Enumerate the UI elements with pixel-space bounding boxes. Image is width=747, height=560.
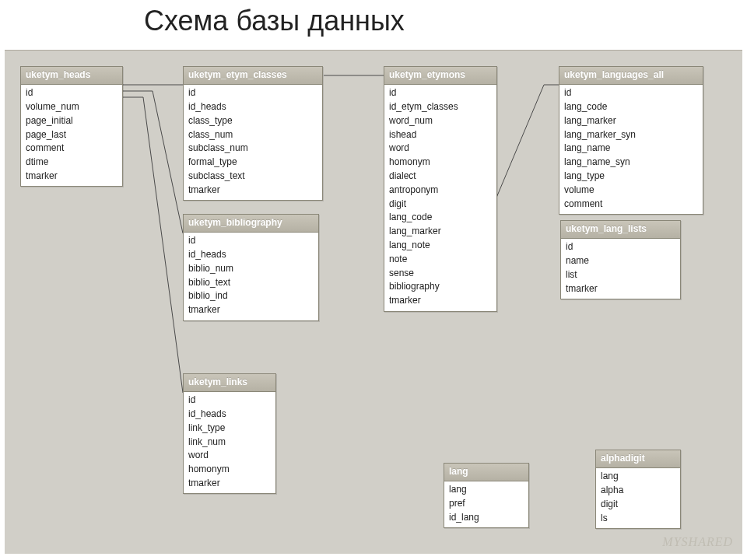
table-body: lang pref id_lang — [444, 481, 528, 527]
field: id_etym_classes — [389, 100, 492, 114]
watermark: MYSHARED — [662, 535, 733, 549]
field: class_num — [188, 128, 317, 142]
table-body: id id_etym_classes word_num ishead word … — [384, 85, 496, 311]
field: sense — [389, 266, 492, 280]
field: bibliography — [389, 280, 492, 294]
field: dialect — [389, 170, 492, 184]
table-header: alphadigit — [596, 450, 680, 468]
field: tmarker — [389, 294, 492, 308]
field: comment — [26, 142, 117, 156]
table-body: id id_heads link_type link_num word homo… — [184, 392, 275, 494]
table-body: id lang_code lang_marker lang_marker_syn… — [559, 85, 703, 214]
field: digit — [389, 197, 492, 211]
field: lang_type — [564, 170, 698, 184]
table-alphadigit[interactable]: alphadigit lang alpha digit ls — [595, 450, 681, 529]
field: page_last — [26, 128, 117, 142]
table-header: uketym_links — [184, 374, 275, 392]
table-uketym-heads[interactable]: uketym_heads id volume_num page_initial … — [20, 66, 123, 187]
field: id_heads — [188, 248, 314, 262]
field: id_heads — [188, 100, 317, 114]
field: homonym — [188, 463, 271, 477]
field: list — [566, 268, 675, 282]
field: biblio_ind — [188, 289, 314, 303]
field: class_type — [188, 114, 317, 128]
table-header: uketym_bibliography — [184, 215, 318, 233]
field: id — [564, 86, 698, 100]
table-header: uketym_etymons — [384, 67, 496, 85]
svg-line-5 — [153, 91, 183, 233]
field: id_lang — [449, 510, 524, 524]
table-uketym-etymons[interactable]: uketym_etymons id id_etym_classes word_n… — [384, 66, 497, 312]
table-uketym-languages-all[interactable]: uketym_languages_all id lang_code lang_m… — [559, 66, 703, 215]
field: tmarker — [188, 183, 317, 197]
table-body: id id_heads class_type class_num subclas… — [184, 85, 322, 200]
table-uketym-lang-lists[interactable]: uketym_lang_lists id name list tmarker — [560, 220, 681, 299]
field: id — [188, 394, 271, 408]
table-body: id volume_num page_initial page_last com… — [21, 85, 122, 187]
field: name — [566, 254, 675, 268]
field: note — [389, 252, 492, 266]
field: antroponym — [389, 183, 492, 197]
field: id — [188, 234, 314, 248]
table-body: id name list tmarker — [561, 239, 680, 299]
field: dtime — [26, 156, 117, 170]
table-header: uketym_etym_classes — [184, 67, 322, 85]
field: lang_marker — [389, 225, 492, 239]
field: comment — [564, 197, 698, 211]
field: pref — [449, 497, 524, 511]
field: lang_name — [564, 142, 698, 156]
field: id — [389, 86, 492, 100]
table-body: id id_heads biblio_num biblio_text bibli… — [184, 233, 318, 320]
table-uketym-links[interactable]: uketym_links id id_heads link_type link_… — [183, 373, 276, 494]
field: tmarker — [188, 303, 314, 317]
field: page_initial — [26, 114, 117, 128]
field: lang — [601, 470, 675, 484]
field: biblio_num — [188, 261, 314, 275]
page-title: Схема базы данных — [144, 5, 405, 37]
field: lang_code — [389, 211, 492, 225]
table-header: uketym_languages_all — [559, 67, 703, 85]
field: ls — [601, 511, 675, 525]
field: homonym — [389, 156, 492, 170]
field: id — [26, 86, 117, 100]
table-header: lang — [444, 464, 528, 481]
field: tmarker — [26, 170, 117, 184]
diagram-canvas: uketym_heads id volume_num page_initial … — [5, 50, 742, 554]
field: link_type — [188, 421, 271, 435]
field: ishead — [389, 128, 492, 142]
field: word_num — [389, 114, 492, 128]
table-uketym-bibliography[interactable]: uketym_bibliography id id_heads biblio_n… — [183, 214, 319, 321]
field: tmarker — [188, 477, 271, 491]
field: lang_marker_syn — [564, 128, 698, 142]
field: biblio_text — [188, 275, 314, 289]
field: digit — [601, 497, 675, 511]
field: word — [389, 142, 492, 156]
field: lang_marker — [564, 114, 698, 128]
field: id_heads — [188, 408, 271, 422]
field: volume_num — [26, 100, 117, 114]
table-body: lang alpha digit ls — [596, 468, 680, 528]
field: lang_note — [389, 239, 492, 253]
field: subclass_num — [188, 142, 317, 156]
field: alpha — [601, 484, 675, 498]
table-header: uketym_heads — [21, 67, 122, 85]
field: word — [188, 449, 271, 463]
field: tmarker — [566, 282, 675, 296]
field: link_num — [188, 435, 271, 449]
svg-line-2 — [496, 85, 544, 198]
field: lang_name_syn — [564, 156, 698, 170]
field: volume — [564, 183, 698, 197]
field: formal_type — [188, 156, 317, 170]
field: subclass_text — [188, 170, 317, 184]
table-header: uketym_lang_lists — [561, 221, 680, 239]
field: id — [566, 240, 675, 254]
field: id — [188, 86, 317, 100]
table-lang[interactable]: lang lang pref id_lang — [444, 463, 529, 528]
field: lang_code — [564, 100, 698, 114]
svg-line-7 — [143, 97, 183, 393]
field: lang — [449, 483, 524, 497]
table-uketym-etym-classes[interactable]: uketym_etym_classes id id_heads class_ty… — [183, 66, 323, 201]
